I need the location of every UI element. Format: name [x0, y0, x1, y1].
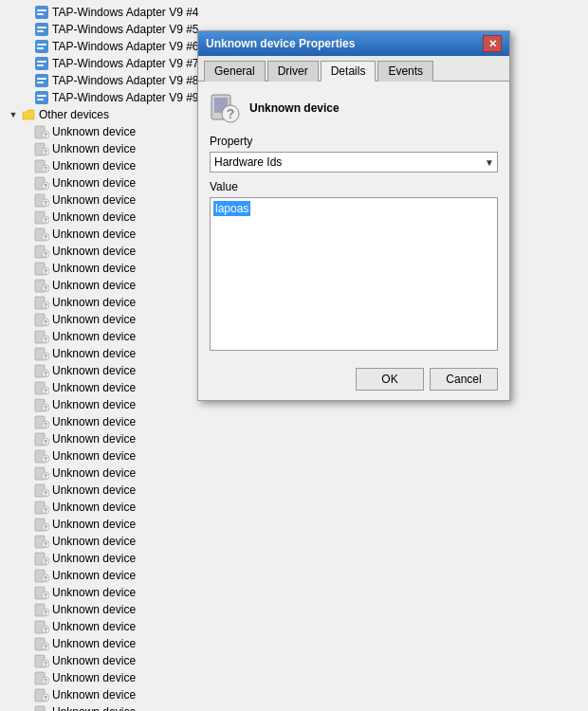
tap-icon: [34, 90, 49, 105]
unknown-device-item-30[interactable]: ? Unknown device: [0, 635, 588, 652]
unknown-device-icon: ?: [34, 414, 49, 429]
unknown-device-icon: ?: [34, 585, 49, 600]
svg-text:?: ?: [227, 106, 235, 121]
unknown-device-item-22[interactable]: ? Unknown device: [0, 499, 588, 516]
cancel-button[interactable]: Cancel: [430, 368, 498, 391]
unknown-device-icon: ?: [34, 329, 49, 344]
ok-button[interactable]: OK: [356, 368, 424, 391]
unknown-device-item-24[interactable]: ? Unknown device: [0, 533, 588, 550]
unknown-device-item-28[interactable]: ? Unknown device: [0, 601, 588, 618]
unknown-device-item-33[interactable]: ? Unknown device: [0, 686, 588, 703]
dialog-titlebar: Unknown device Properties ✕: [198, 31, 509, 56]
dialog-close-button[interactable]: ✕: [483, 35, 502, 52]
unknown-device-item-18[interactable]: ? Unknown device: [0, 430, 588, 447]
unknown-device-icon: ?: [34, 568, 49, 583]
unknown-device-label-15: Unknown device: [52, 381, 136, 394]
value-item: lapoas: [213, 201, 250, 216]
unknown-device-item-31[interactable]: ? Unknown device: [0, 652, 588, 669]
unknown-device-item-21[interactable]: ? Unknown device: [0, 482, 588, 499]
folder-icon: [21, 107, 36, 122]
svg-text:?: ?: [44, 422, 47, 428]
property-dropdown[interactable]: Hardware Ids: [210, 152, 498, 173]
unknown-device-icon: ?: [34, 602, 49, 617]
unknown-device-item-34[interactable]: ? Unknown device: [0, 703, 588, 711]
svg-text:?: ?: [44, 302, 47, 309]
unknown-device-icon: ?: [34, 261, 49, 276]
svg-rect-9: [35, 57, 48, 70]
svg-text:?: ?: [44, 268, 47, 275]
svg-text:?: ?: [44, 661, 47, 667]
unknown-device-icon: ?: [34, 704, 49, 711]
svg-text:?: ?: [44, 388, 47, 394]
unknown-device-label-31: Unknown device: [52, 654, 136, 667]
tab-details[interactable]: Details: [321, 61, 377, 82]
tap-adapter-4-label: TAP-Windows Adapter V9 #4: [52, 6, 199, 19]
svg-rect-12: [35, 74, 48, 87]
svg-text:?: ?: [44, 405, 47, 411]
unknown-device-icon: ?: [34, 227, 49, 242]
unknown-device-icon: ?: [34, 210, 49, 225]
unknown-device-icon: ?: [34, 551, 49, 566]
unknown-device-item-19[interactable]: ? Unknown device: [0, 447, 588, 465]
unknown-device-icon: ?: [34, 380, 49, 395]
unknown-device-label-25: Unknown device: [52, 552, 136, 565]
unknown-device-label-32: Unknown device: [52, 671, 136, 684]
svg-rect-120: [35, 706, 45, 711]
svg-text:?: ?: [44, 610, 47, 616]
unknown-device-icon: ?: [34, 431, 49, 447]
unknown-device-icon: ?: [34, 534, 49, 549]
unknown-device-item-17[interactable]: ? Unknown device: [0, 413, 588, 430]
unknown-device-label-33: Unknown device: [52, 688, 136, 702]
svg-text:?: ?: [44, 456, 47, 463]
unknown-device-icon: ?: [34, 192, 49, 208]
tab-events[interactable]: Events: [377, 61, 433, 82]
expand-arrow-icon: ▼: [8, 109, 19, 120]
tap-adapter-4[interactable]: TAP-Windows Adapter V9 #4: [0, 4, 588, 21]
tap-adapter-7-label: TAP-Windows Adapter V9 #7: [52, 57, 199, 70]
unknown-device-icon: ?: [34, 517, 49, 532]
svg-rect-13: [37, 78, 46, 80]
tap-icon: [34, 73, 49, 88]
unknown-device-item-29[interactable]: ? Unknown device: [0, 618, 588, 635]
unknown-device-icon: ?: [34, 500, 49, 515]
svg-text:?: ?: [44, 132, 47, 138]
svg-rect-11: [37, 64, 44, 66]
svg-rect-5: [37, 30, 44, 32]
unknown-device-label-20: Unknown device: [52, 466, 136, 480]
unknown-device-icon: ?: [34, 687, 49, 702]
unknown-device-item-23[interactable]: ? Unknown device: [0, 516, 588, 533]
unknown-device-label-0: Unknown device: [52, 125, 136, 138]
value-label: Value: [210, 180, 498, 193]
unknown-device-label-24: Unknown device: [52, 535, 136, 548]
tab-general[interactable]: General: [204, 61, 266, 82]
dialog-tabs: General Driver Details Events: [198, 56, 509, 82]
svg-text:?: ?: [44, 627, 47, 633]
svg-rect-16: [37, 95, 46, 97]
unknown-device-label-10: Unknown device: [52, 296, 136, 309]
svg-text:?: ?: [44, 541, 47, 548]
unknown-device-label-9: Unknown device: [52, 279, 136, 292]
unknown-device-icon: ?: [34, 295, 49, 310]
svg-text:?: ?: [44, 695, 47, 702]
unknown-device-icon: ?: [34, 397, 49, 412]
unknown-device-item-25[interactable]: ? Unknown device: [0, 550, 588, 567]
unknown-device-label-18: Unknown device: [52, 432, 136, 446]
svg-rect-4: [37, 27, 46, 28]
unknown-device-label-17: Unknown device: [52, 415, 136, 428]
svg-text:?: ?: [44, 337, 47, 343]
svg-rect-15: [35, 91, 48, 104]
unknown-device-item-32[interactable]: ? Unknown device: [0, 669, 588, 686]
unknown-device-item-26[interactable]: ? Unknown device: [0, 567, 588, 584]
unknown-device-icon: ?: [34, 346, 49, 361]
unknown-device-label-19: Unknown device: [52, 449, 136, 463]
tab-driver[interactable]: Driver: [267, 61, 319, 82]
unknown-device-item-27[interactable]: ? Unknown device: [0, 584, 588, 601]
unknown-device-label-13: Unknown device: [52, 347, 136, 360]
unknown-device-label-2: Unknown device: [52, 159, 136, 173]
unknown-device-label-11: Unknown device: [52, 313, 136, 326]
unknown-device-label-6: Unknown device: [52, 228, 136, 241]
unknown-device-item-20[interactable]: ? Unknown device: [0, 465, 588, 482]
device-header: ? Unknown device: [210, 93, 498, 123]
tap-icon: [34, 39, 49, 54]
svg-text:?: ?: [44, 285, 47, 292]
